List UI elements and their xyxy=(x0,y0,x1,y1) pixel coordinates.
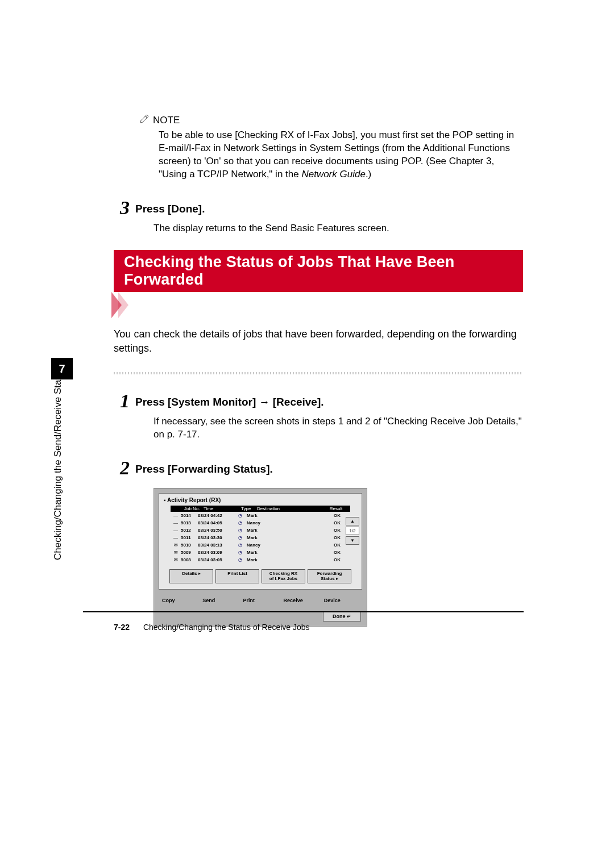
tab-device[interactable]: Device xyxy=(324,598,359,607)
step-title: Press [Forwarding Status]. xyxy=(135,458,273,475)
step-3-body: The display returns to the Send Basic Fe… xyxy=(154,222,523,235)
checking-rx-button[interactable]: Checking RX of I-Fax Jobs xyxy=(262,569,305,583)
globe-icon: ◔ xyxy=(233,542,247,548)
globe-icon: ◔ xyxy=(233,513,247,518)
row-status-icon: ✉ xyxy=(171,550,181,555)
row-status-icon: — xyxy=(171,520,181,525)
table-row[interactable]: ✉500903/24 03:09◔MarkOK xyxy=(171,549,350,556)
page-up-button[interactable]: ▲ xyxy=(346,517,359,525)
table-row[interactable]: —501103/24 03:30◔MarkOK xyxy=(171,534,350,541)
tab-print[interactable]: Print xyxy=(243,598,277,607)
divider xyxy=(114,372,523,374)
globe-icon: ◔ xyxy=(233,520,247,525)
step-number: 1 xyxy=(114,391,130,411)
step-3: 3 Press [Done]. xyxy=(114,198,523,218)
globe-icon: ◔ xyxy=(233,557,247,562)
section-intro: You can check the details of jobs that h… xyxy=(114,327,523,356)
globe-icon: ◔ xyxy=(233,535,247,540)
pager: ▲ 1/2 ▼ xyxy=(346,517,359,545)
embedded-screenshot: ▪ Activity Report (RX) Job No. Time Type… xyxy=(154,488,367,627)
section-heading-text: Checking the Status of Jobs That Have Be… xyxy=(114,250,523,292)
step-number: 3 xyxy=(114,198,130,218)
table-row[interactable]: —501403/24 04:42◔MarkOK xyxy=(171,512,350,519)
section-heading: Checking the Status of Jobs That Have Be… xyxy=(114,250,523,318)
step-1: 1 Press [System Monitor] → [Receive]. xyxy=(114,391,523,411)
note-body: To be able to use [Checking RX of I-Fax … xyxy=(159,129,523,181)
tab-receive[interactable]: Receive xyxy=(284,598,318,607)
row-status-icon: — xyxy=(171,513,181,518)
details-button[interactable]: Details xyxy=(169,569,213,583)
step-number: 2 xyxy=(114,458,130,478)
row-status-icon: ✉ xyxy=(171,542,181,548)
done-button[interactable]: Done ↵ xyxy=(323,611,361,621)
table-header: Job No. Time Type Destination Result xyxy=(171,506,350,512)
step-1-body: If necessary, see the screen shots in st… xyxy=(154,415,523,441)
table-row[interactable]: ✉500803/24 03:05◔MarkOK xyxy=(171,556,350,564)
table-row[interactable]: ✉501003/24 03:13◔NancyOK xyxy=(171,541,350,549)
globe-icon: ◔ xyxy=(233,528,247,533)
footer-rule xyxy=(83,611,524,612)
globe-icon: ◔ xyxy=(233,550,247,555)
page-down-button[interactable]: ▼ xyxy=(346,536,359,545)
note-label: NOTE xyxy=(153,115,180,126)
forwarding-status-button[interactable]: Forwarding Status xyxy=(308,569,351,583)
footer-title: Checking/Changing the Status of Receive … xyxy=(143,623,310,632)
print-list-button[interactable]: Print List xyxy=(215,569,259,583)
vertical-chapter-title: Checking/Changing the Send/Receive Statu… xyxy=(52,367,64,560)
step-2: 2 Press [Forwarding Status]. xyxy=(114,458,523,478)
note-block: NOTE To be able to use [Checking RX of I… xyxy=(139,114,523,181)
step-title: Press [System Monitor] → [Receive]. xyxy=(135,391,324,408)
step-title: Press [Done]. xyxy=(135,198,205,215)
row-status-icon: — xyxy=(171,535,181,540)
tab-send[interactable]: Send xyxy=(202,598,237,607)
row-status-icon: ✉ xyxy=(171,557,181,562)
activity-table: Job No. Time Type Destination Result —50… xyxy=(171,506,350,564)
page-number: 7-22 xyxy=(114,623,130,632)
tab-copy[interactable]: Copy xyxy=(162,598,197,607)
table-row[interactable]: —501203/24 03:50◔MarkOK xyxy=(171,527,350,534)
table-row[interactable]: —501303/24 04:05◔NancyOK xyxy=(171,519,350,527)
row-status-icon: — xyxy=(171,528,181,533)
page-footer: 7-22 Checking/Changing the Status of Rec… xyxy=(114,623,310,632)
page-indicator: 1/2 xyxy=(346,527,359,535)
bottom-tabs: Copy Send Print Receive Device xyxy=(154,594,367,608)
screenshot-title: ▪ Activity Report (RX) xyxy=(159,494,362,506)
pencil-icon xyxy=(139,114,150,127)
